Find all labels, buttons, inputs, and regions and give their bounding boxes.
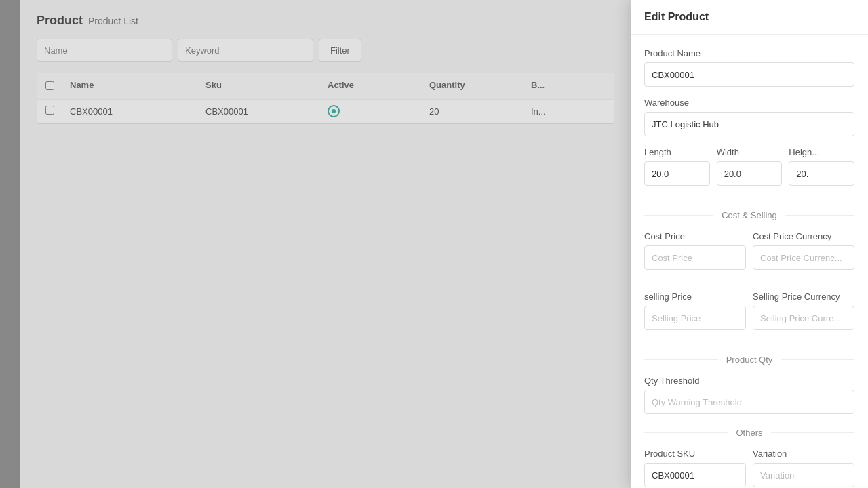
cost-price-label: Cost Price bbox=[644, 231, 746, 241]
product-name-input[interactable] bbox=[644, 62, 854, 87]
col-quantity: Quantity bbox=[421, 80, 523, 92]
col-checkbox bbox=[37, 80, 62, 92]
cost-selling-divider: Cost & Selling bbox=[644, 210, 854, 220]
table-row[interactable]: CBX00001 CBX00001 20 In... bbox=[37, 100, 614, 123]
filter-button[interactable]: Filter bbox=[319, 39, 361, 62]
variation-label: Variation bbox=[753, 449, 854, 459]
keyword-input[interactable] bbox=[178, 39, 313, 62]
cost-price-currency-label: Cost Price Currency bbox=[753, 231, 854, 241]
product-name-group: Product Name bbox=[644, 48, 854, 87]
product-table: Name Sku Active Quantity B... CBX00001 C… bbox=[37, 73, 614, 124]
drawer-title: Edit Product bbox=[644, 11, 709, 22]
warehouse-input[interactable] bbox=[644, 112, 854, 136]
product-qty-divider: Product Qty bbox=[644, 354, 854, 365]
selling-price-row: selling Price Selling Price Currency bbox=[644, 291, 854, 341]
row-checkbox[interactable] bbox=[37, 106, 62, 117]
warehouse-label: Warehouse bbox=[644, 98, 854, 108]
qty-threshold-label: Qty Threshold bbox=[644, 375, 854, 386]
qty-threshold-group: Qty Threshold bbox=[644, 375, 854, 414]
breadcrumb: Product List bbox=[88, 16, 138, 26]
height-group: Heigh... bbox=[789, 147, 854, 186]
others-divider: Others bbox=[644, 428, 854, 438]
product-qty-label: Product Qty bbox=[726, 354, 773, 365]
selling-price-input[interactable] bbox=[644, 306, 746, 330]
product-sku-input[interactable] bbox=[644, 463, 746, 487]
selling-price-group: selling Price bbox=[644, 291, 746, 330]
edit-product-drawer: Edit Product Product Name Warehouse Leng… bbox=[631, 0, 868, 488]
page-title: Product bbox=[37, 14, 83, 28]
cost-price-currency-input[interactable] bbox=[753, 245, 854, 270]
variation-input[interactable] bbox=[753, 463, 854, 487]
cost-selling-label: Cost & Selling bbox=[722, 210, 777, 220]
col-extra: B... bbox=[523, 80, 591, 92]
name-input[interactable] bbox=[37, 39, 172, 62]
height-input[interactable] bbox=[789, 161, 854, 186]
length-label: Length bbox=[644, 147, 710, 157]
selling-price-currency-label: Selling Price Currency bbox=[753, 291, 854, 302]
product-sku-group: Product SKU bbox=[644, 449, 746, 487]
row-quantity: 20 bbox=[421, 106, 523, 117]
variation-group: Variation bbox=[753, 449, 854, 487]
height-label: Heigh... bbox=[789, 147, 854, 157]
row-sku: CBX00001 bbox=[197, 106, 319, 117]
length-input[interactable] bbox=[644, 161, 710, 186]
filter-bar: Filter bbox=[20, 39, 631, 73]
cost-price-currency-group: Cost Price Currency bbox=[753, 231, 854, 270]
table-header: Name Sku Active Quantity B... bbox=[37, 73, 614, 100]
cost-price-group: Cost Price bbox=[644, 231, 746, 270]
product-name-label: Product Name bbox=[644, 48, 854, 58]
cost-price-row: Cost Price Cost Price Currency bbox=[644, 231, 854, 281]
selling-price-label: selling Price bbox=[644, 291, 746, 302]
cost-price-input[interactable] bbox=[644, 245, 746, 270]
drawer-header: Edit Product bbox=[631, 0, 868, 35]
select-all-checkbox[interactable] bbox=[45, 81, 54, 90]
product-sku-label: Product SKU bbox=[644, 449, 746, 459]
col-name: Name bbox=[62, 80, 197, 92]
row-name: CBX00001 bbox=[62, 106, 197, 117]
row-active bbox=[319, 105, 421, 117]
col-sku: Sku bbox=[197, 80, 319, 92]
warehouse-group: Warehouse bbox=[644, 98, 854, 136]
dimensions-row: Length Width Heigh... bbox=[644, 147, 854, 197]
row-select-checkbox[interactable] bbox=[45, 106, 54, 115]
sku-variation-row: Product SKU Variation bbox=[644, 449, 854, 488]
selling-price-currency-group: Selling Price Currency bbox=[753, 291, 854, 330]
left-panel: Product Product List Filter Name Sku Act… bbox=[0, 0, 631, 488]
width-input[interactable] bbox=[717, 161, 783, 186]
row-extra: In... bbox=[523, 106, 591, 117]
length-group: Length bbox=[644, 147, 710, 186]
active-status-icon bbox=[328, 105, 340, 117]
width-label: Width bbox=[717, 147, 783, 157]
others-label: Others bbox=[736, 428, 763, 438]
drawer-body: Product Name Warehouse Length Width Heig… bbox=[631, 35, 868, 488]
col-active: Active bbox=[319, 80, 421, 92]
qty-threshold-input[interactable] bbox=[644, 390, 854, 414]
width-group: Width bbox=[717, 147, 783, 186]
selling-price-currency-input[interactable] bbox=[753, 306, 854, 330]
